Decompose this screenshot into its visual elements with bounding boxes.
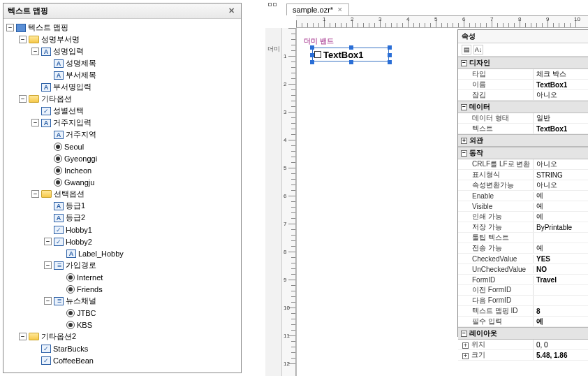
tab-gutter-icon[interactable] bbox=[268, 3, 277, 11]
collapse-icon[interactable]: − bbox=[19, 333, 27, 340]
collapse-icon[interactable]: − bbox=[31, 48, 39, 55]
tree-node[interactable]: ✓Hobby1 bbox=[6, 224, 238, 236]
tree-node[interactable]: −기타옵션2 bbox=[6, 331, 238, 342]
expand-icon[interactable]: + bbox=[461, 138, 467, 144]
tree-node[interactable]: Friends bbox=[6, 283, 238, 295]
collapse-icon[interactable]: − bbox=[44, 261, 52, 269]
prop-row[interactable]: 이름TextBox1 bbox=[458, 80, 588, 90]
prop-value[interactable]: 8 bbox=[534, 308, 588, 315]
prop-row[interactable]: FormIDTravel bbox=[458, 275, 588, 285]
prop-row[interactable]: 인쇄 가능예 bbox=[458, 212, 588, 222]
design-surface[interactable]: 더미 밴드 TextBox1 속성 ✕ ▤ A↓ bbox=[296, 28, 588, 376]
textbox1-element[interactable]: TextBox1 bbox=[312, 48, 389, 62]
prop-row[interactable]: 텍스트 맵핑 ID8 bbox=[458, 306, 588, 317]
tree-node[interactable]: −A거주지입력 bbox=[6, 117, 238, 129]
expand-icon[interactable]: + bbox=[462, 342, 469, 349]
prop-section[interactable]: −데이터 bbox=[458, 101, 588, 113]
tree-node[interactable]: A등급1 bbox=[6, 200, 238, 212]
prop-value[interactable]: 아니오 bbox=[534, 90, 588, 100]
prop-section[interactable]: +외관 bbox=[458, 134, 588, 147]
prop-value[interactable]: 예 bbox=[534, 201, 588, 211]
prop-value[interactable]: 예 bbox=[534, 191, 588, 201]
tree-node[interactable]: −선택옵션 bbox=[6, 188, 238, 200]
tree-node[interactable]: −A성명입력 bbox=[6, 45, 238, 57]
prop-row[interactable]: +크기5.48, 1.86 bbox=[458, 350, 588, 361]
prop-row[interactable]: Enable예 bbox=[458, 191, 588, 201]
prop-value[interactable]: ByPrintable bbox=[534, 224, 588, 231]
collapse-icon[interactable]: − bbox=[461, 104, 467, 110]
tree-node[interactable]: −성명부서명 bbox=[6, 34, 238, 45]
collapse-icon[interactable]: − bbox=[44, 238, 52, 245]
selection-handle[interactable] bbox=[388, 53, 392, 57]
tree-node[interactable]: −☰뉴스채널 bbox=[6, 295, 238, 307]
prop-value[interactable]: 예 bbox=[534, 243, 588, 253]
prop-section[interactable]: −레이아웃 bbox=[458, 327, 588, 340]
expand-icon[interactable]: + bbox=[462, 353, 469, 359]
prop-row[interactable]: 툴팁 텍스트 bbox=[458, 233, 588, 243]
prop-value[interactable]: YES bbox=[534, 255, 588, 263]
prop-value[interactable]: 아니오 bbox=[534, 180, 588, 190]
tree-node[interactable]: JTBC bbox=[6, 307, 238, 319]
prop-row[interactable]: 이전 FormID bbox=[458, 285, 588, 296]
tree-node[interactable]: ✓성별선택 bbox=[6, 105, 238, 117]
collapse-icon[interactable]: − bbox=[461, 60, 467, 66]
prop-value[interactable]: 일반 bbox=[534, 113, 588, 123]
tree-node[interactable]: Gyeonggi bbox=[6, 152, 238, 164]
prop-row[interactable]: 텍스트TextBox1 bbox=[458, 124, 588, 134]
tab-close-icon[interactable]: ✕ bbox=[337, 6, 343, 13]
tree-node[interactable]: A부서명입력 bbox=[6, 81, 238, 93]
selection-handle[interactable] bbox=[349, 60, 353, 64]
collapse-icon[interactable]: − bbox=[44, 297, 52, 305]
tree-node[interactable]: ✓CoffeeBean bbox=[6, 354, 238, 366]
tree-node[interactable]: Gwangju bbox=[6, 176, 238, 188]
collapse-icon[interactable]: − bbox=[6, 24, 14, 31]
prop-row[interactable]: 표시형식STRING bbox=[458, 170, 588, 180]
prop-value[interactable]: 0, 0 bbox=[534, 341, 588, 349]
prop-section[interactable]: −디자인 bbox=[458, 57, 588, 69]
selection-handle[interactable] bbox=[388, 60, 392, 64]
prop-row[interactable]: 전송 가능예 bbox=[458, 243, 588, 254]
prop-row[interactable]: 저장 가능ByPrintable bbox=[458, 222, 588, 233]
tree-node[interactable]: ALabel_Hobby bbox=[6, 247, 238, 259]
selection-handle[interactable] bbox=[349, 45, 353, 50]
prop-value[interactable]: 아니오 bbox=[534, 159, 588, 169]
collapse-icon[interactable]: − bbox=[19, 36, 27, 43]
tree-node[interactable]: ✓StarBucks bbox=[6, 342, 238, 354]
prop-row[interactable]: 데이터 형태일반 bbox=[458, 113, 588, 124]
tree-node[interactable]: −✓Hobby2 bbox=[6, 236, 238, 247]
tree-node[interactable]: −텍스트 맵핑 bbox=[6, 22, 238, 34]
prop-value[interactable]: NO bbox=[534, 266, 588, 273]
collapse-icon[interactable]: − bbox=[31, 190, 39, 198]
selection-handle[interactable] bbox=[388, 45, 392, 50]
tree-node[interactable]: Internet bbox=[6, 271, 238, 283]
prop-row[interactable]: +위치0, 0 bbox=[458, 340, 588, 350]
file-tab[interactable]: sample.ozr* ✕ bbox=[286, 3, 349, 15]
tree-node[interactable]: A등급2 bbox=[6, 212, 238, 224]
tree-node[interactable]: A성명제목 bbox=[6, 57, 238, 69]
prop-value[interactable]: 예 bbox=[534, 317, 588, 326]
prop-value[interactable]: 체크 박스 bbox=[534, 69, 588, 79]
prop-row[interactable]: 속성변환가능아니오 bbox=[458, 180, 588, 191]
prop-row[interactable]: CheckedValueYES bbox=[458, 254, 588, 264]
tree-node[interactable]: −☰가입경로 bbox=[6, 259, 238, 271]
selection-handle[interactable] bbox=[310, 60, 314, 64]
prop-value[interactable]: STRING bbox=[534, 171, 588, 179]
prop-value[interactable]: TextBox1 bbox=[534, 81, 588, 89]
selection-handle[interactable] bbox=[310, 53, 314, 57]
tree-node[interactable]: Incheon bbox=[6, 164, 238, 176]
collapse-icon[interactable]: − bbox=[31, 119, 39, 126]
prop-row[interactable]: CRLF를 LF로 변환아니오 bbox=[458, 159, 588, 170]
prop-value[interactable]: 예 bbox=[534, 212, 588, 222]
sort-az-icon[interactable]: A↓ bbox=[473, 45, 483, 55]
prop-section[interactable]: −동작 bbox=[458, 147, 588, 159]
tree-node[interactable]: A거주지역 bbox=[6, 129, 238, 140]
prop-value[interactable]: TextBox1 bbox=[534, 125, 588, 133]
tree-node[interactable]: Seoul bbox=[6, 140, 238, 152]
collapse-icon[interactable]: − bbox=[19, 95, 27, 103]
tree-view[interactable]: −텍스트 맵핑−성명부서명−A성명입력A성명제목A부서제목A부서명입력−기타옵션… bbox=[3, 19, 241, 373]
prop-value[interactable]: Travel bbox=[534, 276, 588, 284]
selection-handle[interactable] bbox=[310, 45, 314, 50]
collapse-icon[interactable]: − bbox=[461, 150, 467, 157]
prop-row[interactable]: 필수 입력예 bbox=[458, 317, 588, 327]
prop-value[interactable]: 5.48, 1.86 bbox=[534, 352, 588, 359]
